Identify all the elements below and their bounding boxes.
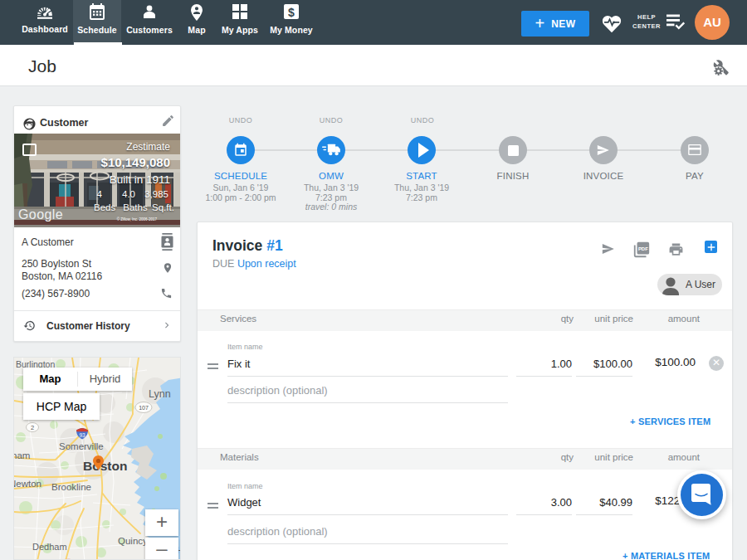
svg-text:93: 93 [79, 432, 85, 438]
svg-text:Newton: Newton [14, 479, 42, 489]
svg-text:Somerville: Somerville [59, 441, 104, 451]
svg-text:ham: ham [14, 450, 30, 460]
svg-text:Brookline: Brookline [51, 482, 91, 492]
svg-text:2: 2 [31, 424, 34, 431]
svg-text:Boston: Boston [83, 459, 127, 473]
svg-text:Quincy: Quincy [118, 536, 148, 546]
svg-text:$: $ [288, 6, 295, 19]
svg-text:Lynn: Lynn [149, 388, 171, 400]
svg-text:Dedham: Dedham [32, 542, 67, 552]
svg-text:PDF: PDF [638, 246, 648, 251]
svg-text:107: 107 [139, 405, 149, 411]
